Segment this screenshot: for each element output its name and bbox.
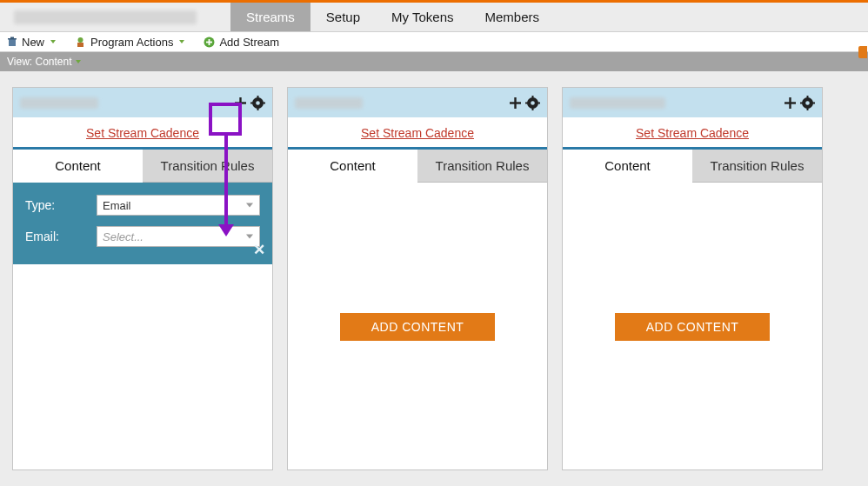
stream-card-header — [563, 88, 822, 117]
tab-content[interactable]: Content — [13, 150, 143, 183]
svg-point-27 — [805, 101, 810, 105]
stream-title — [570, 97, 782, 109]
svg-rect-3 — [77, 43, 83, 47]
add-content-icon[interactable] — [782, 95, 798, 110]
add-content-icon[interactable] — [507, 95, 523, 110]
streams-workspace: Set Stream Cadence Content Transition Ru… — [0, 71, 868, 486]
stream-card-header — [13, 88, 272, 117]
stream-title — [295, 97, 507, 109]
stream-body: ADD CONTENT — [288, 183, 547, 469]
type-select[interactable]: Email — [97, 195, 260, 216]
tab-streams[interactable]: Streams — [230, 3, 310, 31]
svg-rect-0 — [9, 39, 16, 46]
clipboard-icon[interactable] — [858, 46, 867, 58]
set-cadence-link[interactable]: Set Stream Cadence — [361, 126, 474, 140]
plus-circle-icon — [204, 37, 215, 48]
add-stream-button[interactable]: Add Stream — [204, 36, 279, 49]
stream-tabs: Content Transition Rules — [563, 150, 822, 183]
svg-rect-23 — [537, 102, 540, 103]
add-stream-label: Add Stream — [219, 36, 279, 49]
close-icon[interactable]: ✕ — [253, 241, 265, 259]
tab-my-tokens[interactable]: My Tokens — [376, 3, 469, 31]
svg-rect-2 — [10, 37, 14, 39]
svg-rect-13 — [257, 108, 258, 110]
action-toolbar: New Program Actions Add Stream — [0, 31, 868, 52]
tab-transition-rules[interactable]: Transition Rules — [692, 150, 822, 183]
program-actions-label: Program Actions — [90, 36, 173, 49]
svg-point-19 — [531, 101, 535, 105]
svg-rect-20 — [531, 96, 533, 98]
chevron-down-icon — [76, 60, 81, 63]
svg-rect-12 — [257, 96, 258, 98]
stream-card: Set Stream Cadence Content Transition Ru… — [12, 87, 273, 470]
svg-rect-15 — [263, 102, 265, 103]
stream-body: Type: Email Email: Select... ✕ — [13, 183, 272, 469]
svg-rect-30 — [800, 102, 803, 103]
set-cadence-link[interactable]: Set Stream Cadence — [636, 126, 749, 140]
svg-rect-22 — [525, 102, 528, 103]
svg-rect-14 — [250, 102, 253, 103]
tab-transition-rules[interactable]: Transition Rules — [417, 150, 547, 183]
view-label: View: Content — [7, 56, 72, 68]
add-content-panel: Type: Email Email: Select... ✕ — [13, 183, 272, 264]
cadence-row: Set Stream Cadence — [13, 117, 272, 147]
tab-setup[interactable]: Setup — [310, 3, 376, 31]
cadence-row: Set Stream Cadence — [288, 117, 547, 147]
add-content-icon[interactable] — [232, 95, 248, 110]
tab-content[interactable]: Content — [288, 150, 417, 183]
stream-tabs: Content Transition Rules — [13, 150, 272, 183]
add-content-button[interactable]: ADD CONTENT — [340, 313, 496, 341]
stream-card: Set Stream Cadence Content Transition Ru… — [287, 87, 548, 470]
new-label: New — [22, 36, 44, 49]
tab-transition-rules[interactable]: Transition Rules — [143, 150, 272, 183]
view-bar[interactable]: View: Content — [0, 52, 868, 71]
top-nav: Streams Setup My Tokens Members — [0, 0, 868, 31]
chevron-down-icon — [179, 40, 184, 43]
stream-card-header — [288, 88, 547, 117]
set-cadence-link[interactable]: Set Stream Cadence — [86, 126, 199, 140]
svg-point-4 — [78, 37, 83, 43]
type-label: Type: — [25, 198, 97, 212]
svg-rect-28 — [806, 96, 808, 98]
svg-rect-7 — [206, 41, 212, 43]
nav-tabs: Streams Setup My Tokens Members — [230, 3, 555, 31]
email-select[interactable]: Select... — [97, 226, 260, 247]
svg-rect-21 — [531, 108, 533, 110]
gear-icon[interactable] — [799, 95, 815, 110]
chevron-down-icon — [50, 40, 56, 43]
svg-rect-29 — [806, 108, 808, 110]
stream-title — [20, 97, 232, 109]
svg-point-11 — [256, 101, 260, 105]
email-label: Email: — [25, 230, 97, 243]
tab-content[interactable]: Content — [563, 150, 692, 183]
svg-rect-9 — [235, 102, 246, 103]
stream-tabs: Content Transition Rules — [288, 150, 547, 183]
flowerpot-icon — [75, 37, 86, 48]
new-menu[interactable]: New — [7, 36, 56, 49]
program-actions-menu[interactable]: Program Actions — [75, 36, 184, 49]
add-content-button[interactable]: ADD CONTENT — [615, 313, 771, 341]
breadcrumb — [0, 3, 230, 31]
gear-icon[interactable] — [524, 95, 540, 110]
svg-rect-25 — [785, 102, 796, 103]
stream-card: Set Stream Cadence Content Transition Ru… — [562, 87, 823, 470]
tab-members[interactable]: Members — [469, 3, 555, 31]
gear-icon[interactable] — [250, 95, 265, 110]
svg-rect-17 — [510, 102, 521, 103]
svg-rect-31 — [812, 102, 815, 103]
cadence-row: Set Stream Cadence — [563, 117, 822, 147]
trash-icon — [7, 37, 17, 47]
stream-body: ADD CONTENT — [563, 183, 822, 469]
